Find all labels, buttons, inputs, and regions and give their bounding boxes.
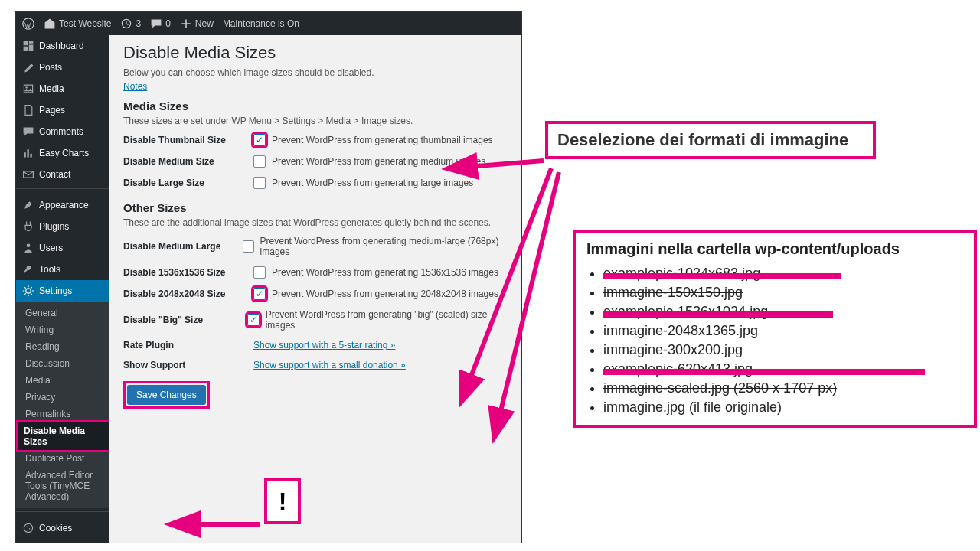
option-label: Disable Thumbnail Size xyxy=(123,135,253,145)
checkbox[interactable] xyxy=(253,177,266,189)
notes-link[interactable]: Notes xyxy=(123,81,147,92)
save-button[interactable]: Save Changes xyxy=(127,385,206,405)
annotation-uploads-title: Immagini nella cartella wp-content/uploa… xyxy=(586,240,963,258)
admin-sidebar: DashboardPostsMediaPagesCommentsEasy Cha… xyxy=(16,35,109,543)
checkbox[interactable] xyxy=(253,266,266,279)
settings-sub-media[interactable]: Media xyxy=(25,372,109,389)
settings-sub-general[interactable]: General xyxy=(25,305,109,321)
uploads-file: immagine-150x150.jpg xyxy=(603,283,963,302)
option-row: Disable "Big" SizePrevent WordPress from… xyxy=(123,305,508,335)
annotation-deselection: Deselezione dei formati di immagine xyxy=(545,121,876,159)
checkbox[interactable] xyxy=(243,240,254,253)
checkbox[interactable] xyxy=(253,288,266,300)
svg-line-11 xyxy=(499,172,559,417)
settings-sub-reading[interactable]: Reading xyxy=(25,338,109,355)
svg-point-3 xyxy=(24,523,32,532)
option-row: Disable Medium LargePrevent WordPress fr… xyxy=(123,231,508,262)
sidebar-item-comments[interactable]: Comments xyxy=(16,121,109,142)
settings-sub-privacy[interactable]: Privacy xyxy=(25,389,109,406)
uploads-file: examplepic-1536x1024.jpg xyxy=(603,302,963,321)
checkbox[interactable] xyxy=(253,134,266,146)
updates[interactable]: 3 xyxy=(120,18,141,30)
option-label: Disable Medium Size xyxy=(123,156,253,167)
wp-logo[interactable] xyxy=(22,18,34,30)
sidebar-item-tools[interactable]: Tools xyxy=(16,259,109,280)
settings-sub-permalinks[interactable]: Permalinks xyxy=(25,406,109,422)
option-label: Disable Medium Large xyxy=(123,241,243,252)
svg-point-5 xyxy=(29,528,31,530)
sidebar-item-appearance[interactable]: Appearance xyxy=(16,194,109,216)
sidebar-item-easy-charts[interactable]: Easy Charts xyxy=(16,142,109,164)
option-row: Disable 1536x1536 SizePrevent WordPress … xyxy=(123,262,508,283)
site-name[interactable]: Test Website xyxy=(44,18,111,30)
uploads-file: immagine-300x200.jpg xyxy=(603,341,963,360)
svg-point-4 xyxy=(27,527,28,528)
save-highlight: Save Changes xyxy=(123,381,210,409)
checkbox[interactable] xyxy=(253,155,266,168)
media-desc: These sizes are set under WP Menu > Sett… xyxy=(123,116,508,126)
sidebar-item-users[interactable]: Users xyxy=(16,237,109,259)
sidebar-item-agp-icons[interactable]: AGP Icons xyxy=(16,539,109,543)
sidebar-item-plugins[interactable]: Plugins xyxy=(16,216,109,237)
support-link[interactable]: Show support with a small donation » xyxy=(253,360,406,370)
checkbox[interactable] xyxy=(247,314,259,326)
annotation-uploads: Immagini nella cartella wp-content/uploa… xyxy=(573,230,977,428)
uploads-file: immagine-scaled.jpg (2560 x 1707 px) xyxy=(603,379,963,398)
option-label: Disable 2048x2048 Size xyxy=(123,289,253,299)
page-title: Disable Media Sizes xyxy=(123,43,508,63)
svg-point-2 xyxy=(27,243,31,247)
other-sizes-heading: Other Sizes xyxy=(123,201,508,214)
media-sizes-heading: Media Sizes xyxy=(123,99,508,112)
option-row: Disable Thumbnail SizePrevent WordPress … xyxy=(123,129,508,151)
option-row: Disable Large SizePrevent WordPress from… xyxy=(123,172,508,194)
sidebar-item-settings[interactable]: Settings xyxy=(16,280,109,302)
settings-sub-duplicate-post[interactable]: Duplicate Post xyxy=(25,450,109,467)
svg-point-1 xyxy=(25,86,27,88)
option-desc: Prevent WordPress from generating thumbn… xyxy=(272,135,493,145)
settings-sub-advanced-editor-tools-tinymce-advanced-[interactable]: Advanced Editor Tools (TinyMCE Advanced) xyxy=(25,467,109,505)
sidebar-item-media[interactable]: Media xyxy=(16,78,109,99)
uploads-file: examplepic-620x413.jpg xyxy=(603,360,963,379)
option-label: Disable 1536x1536 Size xyxy=(123,267,253,278)
sidebar-item-cookies[interactable]: Cookies xyxy=(16,517,109,539)
svg-point-6 xyxy=(27,530,28,531)
option-desc: Prevent WordPress from generating large … xyxy=(272,178,473,188)
option-row: Disable Medium SizePrevent WordPress fro… xyxy=(123,151,508,172)
settings-sub-discussion[interactable]: Discussion xyxy=(25,355,109,372)
admin-bar: Test Website 3 0 New Maintenance is On xyxy=(16,12,521,35)
uploads-file: immagine.jpg (il file originale) xyxy=(603,398,963,417)
support-label: Show Support xyxy=(123,360,253,370)
sidebar-item-posts[interactable]: Posts xyxy=(16,57,109,78)
sidebar-item-contact[interactable]: Contact xyxy=(16,164,109,185)
uploads-file: examplepic-1024x683.jpg xyxy=(603,264,963,283)
page-intro: Below you can choose which image sizes s… xyxy=(123,67,508,78)
uploads-file: immagine-2048x1365.jpg xyxy=(603,321,963,341)
sidebar-item-pages[interactable]: Pages xyxy=(16,99,109,121)
exclaim-annotation: ! xyxy=(264,478,301,524)
new-content[interactable]: New xyxy=(180,18,214,30)
option-label: Disable "Big" Size xyxy=(123,315,247,325)
settings-sub-disable-media-sizes[interactable]: Disable Media Sizes xyxy=(18,422,109,450)
rate-label: Rate Plugin xyxy=(123,340,253,350)
sidebar-item-dashboard[interactable]: Dashboard xyxy=(16,35,109,57)
rate-link[interactable]: Show support with a 5-star rating » xyxy=(253,340,395,350)
option-label: Disable Large Size xyxy=(123,178,253,188)
settings-sub-writing[interactable]: Writing xyxy=(25,321,109,338)
wp-admin-window: Test Website 3 0 New Maintenance is On D… xyxy=(15,11,522,543)
svg-point-0 xyxy=(23,18,34,29)
other-desc: These are the additional image sizes tha… xyxy=(123,217,508,228)
option-row: Disable 2048x2048 SizePrevent WordPress … xyxy=(123,283,508,305)
comments-count[interactable]: 0 xyxy=(150,18,171,30)
maintenance-status[interactable]: Maintenance is On xyxy=(223,18,299,29)
option-desc: Prevent WordPress from generating medium… xyxy=(272,156,485,167)
